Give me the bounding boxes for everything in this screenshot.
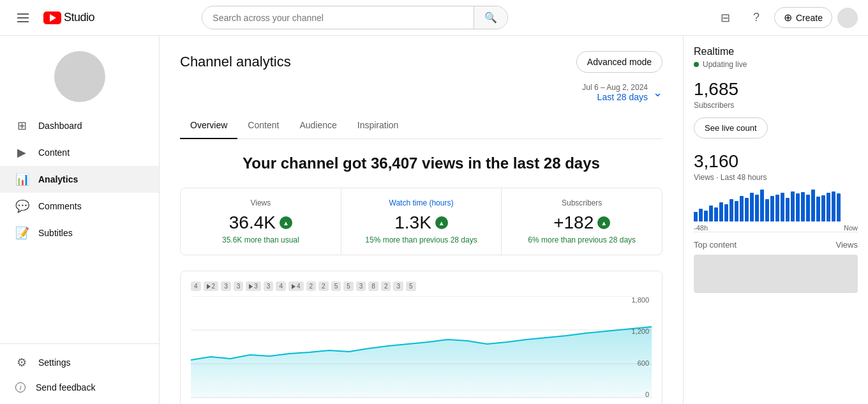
right-panel: Realtime Updating live 1,685 Subscribers… bbox=[683, 36, 868, 404]
search-bar: 🔍 bbox=[202, 6, 508, 29]
sidebar-label-content: Content bbox=[38, 147, 70, 158]
settings-icon: ⚙ bbox=[15, 355, 28, 370]
feedback-icon: i bbox=[15, 382, 26, 393]
line-chart bbox=[191, 296, 652, 398]
tab-overview[interactable]: Overview bbox=[180, 112, 237, 139]
comments-icon: 💬 bbox=[15, 199, 28, 213]
stat-value-watchtime: 1.3K ▲ bbox=[357, 213, 486, 233]
subtitles-icon: 📝 bbox=[15, 226, 28, 240]
logo-text: Studio bbox=[64, 11, 94, 24]
video-dot: 2 bbox=[318, 281, 329, 291]
sidebar-item-settings[interactable]: ⚙ Settings bbox=[0, 349, 159, 376]
mini-bar-item bbox=[714, 207, 718, 222]
search-button[interactable]: 🔍 bbox=[474, 6, 507, 29]
mini-bar-item bbox=[770, 196, 774, 221]
header-right: ⊟ ? ⊕ Create bbox=[713, 5, 858, 31]
mini-bar-item bbox=[827, 193, 830, 221]
video-dot: 4 bbox=[276, 281, 286, 291]
tab-audience[interactable]: Audience bbox=[289, 112, 347, 139]
tab-content[interactable]: Content bbox=[237, 112, 289, 139]
stat-card-views: Views 36.4K ▲ 35.6K more than usual bbox=[181, 188, 341, 255]
mini-bar-item bbox=[837, 193, 841, 221]
mini-bar-item bbox=[832, 191, 835, 222]
video-dot: 3 bbox=[234, 281, 244, 291]
mini-bar-item bbox=[740, 196, 744, 221]
sidebar-label-dashboard: Dashboard bbox=[38, 121, 82, 131]
mini-bar-item bbox=[730, 199, 733, 221]
create-plus-icon: ⊕ bbox=[784, 11, 792, 24]
mini-bar-item bbox=[745, 198, 749, 222]
create-button[interactable]: ⊕ Create bbox=[774, 7, 832, 28]
stat-value-views: 36.4K ▲ bbox=[196, 213, 326, 233]
video-dot: 4 bbox=[288, 281, 304, 291]
mini-bar-item bbox=[755, 195, 759, 222]
channel-avatar[interactable] bbox=[54, 51, 105, 102]
live-dot bbox=[694, 62, 699, 67]
logo[interactable]: Studio bbox=[43, 11, 94, 24]
top-content-views-label: Views bbox=[836, 240, 858, 250]
video-dot: 5 bbox=[406, 281, 416, 291]
realtime-subscribers-value: 1,685 bbox=[694, 79, 858, 100]
chart-y-labels: 1,800 1,200 600 0 bbox=[629, 296, 652, 398]
video-dot: 2 bbox=[204, 281, 219, 291]
tabs: Overview Content Audience Inspiration bbox=[180, 112, 662, 139]
mini-bar-item bbox=[704, 211, 708, 222]
sidebar-item-send-feedback[interactable]: i Send feedback bbox=[0, 376, 159, 399]
youtube-logo-icon bbox=[43, 11, 61, 24]
stats-cards: Views 36.4K ▲ 35.6K more than usual Watc… bbox=[180, 188, 662, 255]
realtime-title: Realtime bbox=[694, 46, 858, 57]
sidebar-label-settings: Settings bbox=[38, 357, 71, 368]
mini-bar-item bbox=[724, 204, 728, 222]
updating-label: Updating live bbox=[703, 60, 747, 69]
date-range-selector[interactable]: Jul 6 – Aug 2, 2024 Last 28 days ⌄ bbox=[180, 83, 662, 102]
stat-value-subscribers: +182 ▲ bbox=[517, 213, 647, 233]
avatar[interactable] bbox=[837, 8, 858, 28]
video-dot: 8 bbox=[368, 281, 378, 291]
stat-label-subscribers: Subscribers bbox=[517, 198, 647, 207]
subtitles-icon-btn[interactable]: ⊟ bbox=[713, 5, 738, 31]
mini-bar-item bbox=[806, 195, 810, 222]
sidebar-item-dashboard[interactable]: ⊞ Dashboard bbox=[0, 112, 159, 139]
mini-bar-item bbox=[811, 190, 815, 221]
mini-bar-item bbox=[760, 190, 764, 221]
dashboard-icon: ⊞ bbox=[15, 119, 28, 133]
mini-bar-item bbox=[816, 197, 820, 221]
mini-bar-item bbox=[719, 202, 723, 221]
chevron-down-icon: ⌄ bbox=[653, 86, 662, 100]
mini-bar-item bbox=[796, 193, 800, 221]
tab-inspiration[interactable]: Inspiration bbox=[347, 112, 409, 139]
sidebar-item-analytics[interactable]: 📊 Analytics bbox=[0, 166, 159, 193]
video-dots-row: 4 2 3 3 3 3 4 4 2 2 5 5 3 8 2 3 5 bbox=[191, 281, 652, 291]
sidebar-item-subtitles[interactable]: 📝 Subtitles bbox=[0, 220, 159, 246]
main-content: Channel analytics Advanced mode Jul 6 – … bbox=[160, 36, 683, 404]
subscribers-up-arrow: ▲ bbox=[597, 216, 610, 229]
realtime-views-value: 3,160 bbox=[694, 151, 858, 172]
content-icon: ▶ bbox=[15, 146, 28, 160]
mini-bar-end-label: Now bbox=[844, 224, 858, 232]
views-headline: Your channel got 36,407 views in the las… bbox=[180, 154, 662, 172]
mini-bar-chart bbox=[694, 190, 858, 221]
sidebar-label-send-feedback: Send feedback bbox=[36, 382, 95, 393]
sidebar-item-comments[interactable]: 💬 Comments bbox=[0, 193, 159, 220]
video-dot: 2 bbox=[381, 281, 391, 291]
hamburger-menu[interactable] bbox=[10, 5, 36, 31]
views-up-arrow: ▲ bbox=[280, 216, 292, 229]
mini-bar-item bbox=[735, 201, 738, 222]
sidebar-label-analytics: Analytics bbox=[38, 174, 78, 184]
sidebar-label-comments: Comments bbox=[38, 201, 82, 211]
sidebar-item-content[interactable]: ▶ Content bbox=[0, 139, 159, 166]
stat-note-views: 35.6K more than usual bbox=[196, 236, 326, 244]
video-dot: 3 bbox=[246, 281, 261, 291]
advanced-mode-button[interactable]: Advanced mode bbox=[576, 51, 662, 73]
realtime-subscribers-label: Subscribers bbox=[694, 101, 858, 110]
see-live-count-button[interactable]: See live count bbox=[694, 117, 768, 138]
mini-bar-item bbox=[709, 206, 713, 221]
stat-label-watchtime: Watch time (hours) bbox=[357, 198, 486, 207]
updating-live: Updating live bbox=[694, 60, 858, 69]
mini-bar-item bbox=[821, 195, 825, 221]
help-icon-btn[interactable]: ? bbox=[744, 5, 769, 31]
search-input[interactable] bbox=[202, 8, 474, 28]
stat-note-subscribers: 6% more than previous 28 days bbox=[517, 236, 647, 244]
video-dot: 3 bbox=[221, 281, 231, 291]
mini-bar-item bbox=[775, 195, 779, 222]
